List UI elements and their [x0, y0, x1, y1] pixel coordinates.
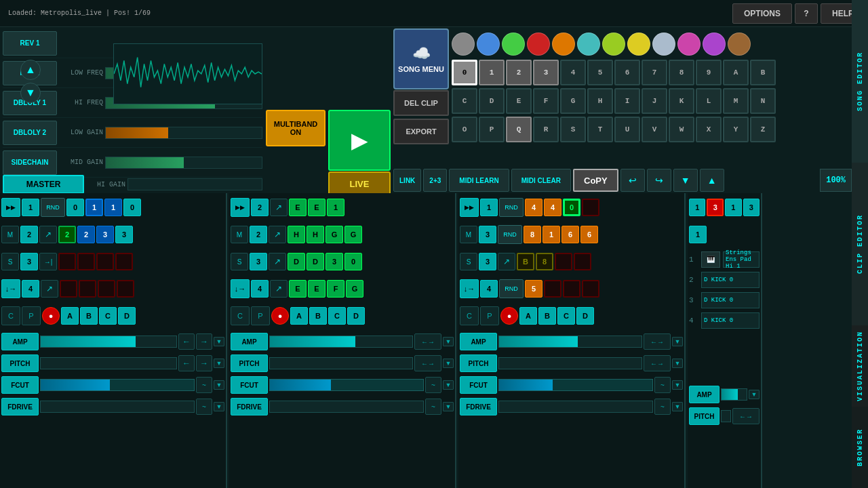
- t1-pitch-chevron[interactable]: ▼: [214, 359, 224, 368]
- t1-arrow1[interactable]: ↗: [39, 226, 57, 243]
- note-C[interactable]: C: [452, 88, 477, 114]
- export-button[interactable]: EXPORT: [393, 119, 449, 144]
- color-lime[interactable]: [602, 33, 625, 56]
- t2-B[interactable]: B: [309, 307, 327, 325]
- note-D[interactable]: D: [479, 88, 505, 114]
- t3-0-green[interactable]: 0: [563, 199, 580, 216]
- t1-amp-chevron[interactable]: ▼: [214, 337, 224, 346]
- t1-val-0b[interactable]: 0: [123, 199, 141, 216]
- t1-A[interactable]: A: [61, 307, 79, 325]
- color-purple[interactable]: [703, 33, 726, 56]
- t1-rnd[interactable]: RND: [41, 198, 65, 217]
- t1-num-4[interactable]: 4: [22, 280, 39, 298]
- midi-clear-button[interactable]: MIDI CLEAR: [511, 169, 571, 192]
- note-8[interactable]: 8: [669, 60, 694, 85]
- color-yellow[interactable]: [627, 33, 650, 56]
- t3-A[interactable]: A: [519, 307, 537, 325]
- t1-dark2[interactable]: [77, 253, 95, 270]
- t3-pitch-chev[interactable]: ▼: [672, 359, 683, 368]
- t2-fdrive-snail[interactable]: ~: [425, 399, 441, 415]
- t2-fcut-snail[interactable]: ~: [425, 377, 441, 393]
- t1-dark8[interactable]: [117, 280, 134, 298]
- t1-num-1[interactable]: 1: [22, 199, 39, 216]
- note-F[interactable]: F: [533, 88, 559, 114]
- t3-dk1[interactable]: [555, 253, 572, 270]
- note-T[interactable]: T: [587, 117, 613, 142]
- t2-H1[interactable]: H: [288, 226, 305, 243]
- t1-pitch-right[interactable]: →: [196, 355, 212, 371]
- t4-3-red[interactable]: 3: [707, 199, 724, 216]
- multiband-button[interactable]: MULTIBAND ON: [266, 110, 326, 146]
- t2-1[interactable]: 1: [327, 199, 344, 216]
- note-1[interactable]: 1: [479, 60, 505, 85]
- t3-num-3b[interactable]: 3: [479, 253, 496, 270]
- color-brown[interactable]: [728, 33, 751, 56]
- t2-D2[interactable]: D: [307, 253, 324, 270]
- t3-6b[interactable]: 6: [580, 226, 598, 243]
- color-blue[interactable]: [477, 33, 500, 56]
- t1-p-icon[interactable]: P: [22, 306, 41, 325]
- t2-C[interactable]: C: [328, 307, 346, 325]
- t1-arrow-r[interactable]: →|: [39, 253, 57, 270]
- t1-rec[interactable]: ●: [42, 307, 60, 325]
- t1-fcut-chevron[interactable]: ▼: [214, 380, 224, 390]
- sidechain-button[interactable]: SIDECHAIN: [3, 150, 57, 175]
- rev1-button[interactable]: REV 1: [3, 31, 57, 56]
- t3-amp-lr[interactable]: ←→: [644, 333, 671, 350]
- t1-dark3[interactable]: [96, 253, 114, 270]
- t3-B2[interactable]: B: [538, 307, 556, 325]
- note-G[interactable]: G: [560, 88, 586, 114]
- song-menu-button[interactable]: ☁️ SONG MENU: [393, 28, 449, 89]
- t2-arrow2[interactable]: ↗: [269, 226, 286, 243]
- t1-amp-left[interactable]: ←: [178, 333, 195, 350]
- t3-num-3[interactable]: 3: [479, 226, 496, 243]
- t3-amp-chev[interactable]: ▼: [672, 337, 683, 346]
- t1-c-icon[interactable]: C: [1, 306, 20, 325]
- t1-pitch-btn[interactable]: PITCH: [1, 354, 39, 372]
- t2-pitch-lr[interactable]: ←→: [414, 355, 441, 371]
- note-Z[interactable]: Z: [750, 117, 776, 142]
- t3-pitch-lr[interactable]: ←→: [644, 355, 671, 371]
- t2-G2[interactable]: G: [344, 226, 362, 243]
- t2-fdrive-chev[interactable]: ▼: [443, 402, 454, 411]
- down-button[interactable]: ▼: [673, 169, 698, 192]
- t1-arrow-dn[interactable]: ↓→: [1, 279, 20, 298]
- note-P[interactable]: P: [479, 117, 505, 142]
- t1-amp-btn[interactable]: AMP: [1, 333, 39, 350]
- t2-num-4[interactable]: 4: [251, 280, 269, 298]
- t1-amp-slider[interactable]: [40, 336, 177, 348]
- note-M[interactable]: M: [723, 88, 749, 114]
- t2-num-2b[interactable]: 2: [250, 226, 267, 243]
- t3-dk5[interactable]: [582, 280, 599, 298]
- note-9[interactable]: 9: [696, 60, 722, 85]
- t1-arrow2[interactable]: ↗: [41, 280, 58, 298]
- t2-E2[interactable]: E: [308, 199, 326, 216]
- t2-E4[interactable]: E: [308, 280, 326, 298]
- t3-fcut-snail[interactable]: ~: [654, 377, 671, 393]
- play-button[interactable]: ▶: [328, 110, 391, 171]
- note-6[interactable]: 6: [614, 60, 640, 85]
- t2-E1[interactable]: E: [289, 199, 307, 216]
- t3-dark-sq[interactable]: [582, 199, 599, 216]
- t2-arrow3[interactable]: ↗: [269, 253, 286, 270]
- t1-D[interactable]: D: [118, 307, 136, 325]
- t1-dark1[interactable]: [58, 253, 76, 270]
- t1-fdrive-btn[interactable]: FDRIVE: [1, 398, 39, 415]
- del-clip-button[interactable]: DEL CLIP: [393, 90, 449, 116]
- t1-val-3b[interactable]: 3: [115, 226, 133, 243]
- t1-m[interactable]: M: [1, 226, 19, 243]
- t1-fcut-btn[interactable]: FCUT: [1, 376, 39, 394]
- t2-D[interactable]: D: [347, 307, 365, 325]
- t2-amp-lr[interactable]: ←→: [414, 333, 441, 350]
- note-4[interactable]: 4: [560, 60, 586, 85]
- t3-8b[interactable]: 8: [536, 253, 553, 270]
- t1-pitch-left[interactable]: ←: [178, 355, 195, 371]
- t3-1[interactable]: 1: [542, 226, 560, 243]
- t1-dark4[interactable]: [115, 253, 133, 270]
- t4-num-1c[interactable]: 1: [689, 226, 707, 243]
- t2-amp-btn[interactable]: AMP: [231, 333, 268, 350]
- t1-s[interactable]: S: [1, 253, 19, 270]
- sidechain-fader[interactable]: [105, 157, 262, 169]
- t1-B[interactable]: B: [80, 307, 98, 325]
- t2-amp-chev[interactable]: ▼: [443, 337, 454, 346]
